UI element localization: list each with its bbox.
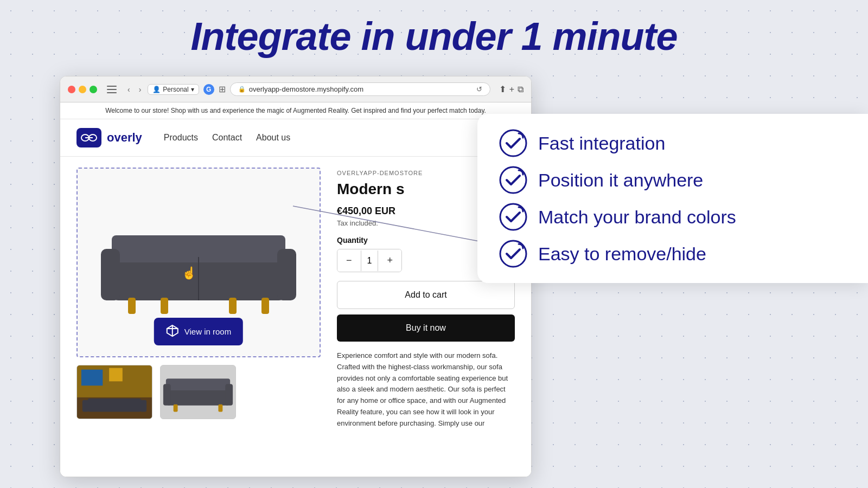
thumbnail-1[interactable] [76,365,152,419]
svg-rect-2 [107,92,117,93]
features-panel: Fast integration Position it anywhere Ma… [477,114,868,283]
reload-icon[interactable]: ↺ [476,85,482,93]
cursor-icon: ☝ [182,266,196,280]
svg-rect-24 [140,400,146,412]
thumbnail-1-img [77,365,152,419]
page-title: Integrate in under 1 minute [0,0,868,68]
quantity-increase-button[interactable]: + [378,249,401,272]
forward-button[interactable]: › [137,84,144,95]
svg-rect-13 [229,298,237,314]
chevron-down-icon: ▾ [191,86,194,93]
svg-rect-28 [163,384,171,405]
feature-text-2: Position it anywhere [538,170,703,191]
svg-rect-23 [82,400,89,412]
store-logo[interactable]: overly [76,128,142,147]
svg-rect-9 [277,249,296,300]
quantity-value: 1 [361,251,379,271]
feature-item-2: Position it anywhere [499,166,842,194]
nav-contact[interactable]: Contact [212,133,242,143]
product-page: ☝ View in room [60,157,531,440]
announcement-bar: Welcome to our store! Shop with us and e… [60,102,531,119]
feature-item-4: Easy to remove/hide [499,240,842,268]
page-icon: ⊞ [219,84,226,94]
address-bar[interactable]: 🔒 overlyapp-demostore.myshopify.com ↺ [230,82,490,96]
feature-item-1: Fast integration [499,129,842,157]
traffic-light-green[interactable] [90,86,97,93]
svg-rect-27 [166,378,230,390]
share-button[interactable]: ⬆ [499,84,506,94]
view-in-room-label: View in room [184,327,231,336]
nav-links: Products Contact About us [164,133,290,143]
svg-rect-11 [128,298,136,314]
svg-rect-29 [225,384,233,405]
product-images: ☝ View in room [76,168,321,429]
svg-rect-8 [101,249,120,300]
tab-overview-button[interactable]: ⧉ [518,84,524,94]
check-icon-3 [499,203,527,231]
svg-rect-20 [81,370,103,386]
logo-text: overly [107,131,142,145]
sidebar-toggle-button[interactable] [105,85,119,94]
feature-item-3: Match your brand colors [499,203,842,231]
sofa-illustration [95,197,302,328]
thumbnails [76,365,321,419]
profile-label: Personal [163,86,188,93]
check-icon-2 [499,166,527,194]
svg-rect-21 [109,368,123,382]
feature-text-4: Easy to remove/hide [538,243,706,265]
quantity-decrease-button[interactable]: − [337,249,361,272]
profile-button[interactable]: 👤 Personal ▾ [148,84,199,95]
nav-products[interactable]: Products [164,133,198,143]
browser-chrome: ‹ › 👤 Personal ▾ G ⊞ 🔒 overlyapp-demosto… [60,76,531,102]
back-button[interactable]: ‹ [125,84,132,95]
check-icon-1 [499,129,527,157]
thumbnail-2-img [161,365,235,419]
main-image-container: ☝ View in room [76,168,321,357]
logo-icon [76,128,101,147]
svg-rect-1 [107,89,117,90]
favicon: G [203,84,214,95]
check-icon-4 [499,240,527,268]
product-description: Experience comfort and style with our mo… [337,350,515,429]
add-to-cart-button[interactable]: Add to cart [337,281,515,309]
svg-rect-14 [261,298,269,314]
svg-rect-12 [161,298,168,314]
nav-about[interactable]: About us [256,133,290,143]
svg-rect-30 [174,404,178,412]
feature-text-1: Fast integration [538,133,665,154]
traffic-light-red[interactable] [68,86,75,93]
store-nav: overly Products Contact About us [60,119,531,157]
svg-rect-31 [218,404,222,412]
ar-icon [166,324,179,339]
svg-rect-0 [107,86,117,87]
browser-window: ‹ › 👤 Personal ▾ G ⊞ 🔒 overlyapp-demosto… [60,76,532,477]
buy-now-button[interactable]: Buy it now [337,314,515,342]
svg-rect-22 [88,399,142,412]
view-in-room-button[interactable]: View in room [154,318,243,345]
thumbnail-2[interactable] [160,365,236,419]
profile-icon: 👤 [152,86,161,93]
lock-icon: 🔒 [238,86,246,93]
browser-content: Welcome to our store! Shop with us and e… [60,102,531,477]
new-tab-button[interactable]: + [509,84,514,94]
quantity-control: − 1 + [337,249,402,272]
traffic-light-yellow[interactable] [79,86,86,93]
address-text: overlyapp-demostore.myshopify.com [249,85,363,93]
feature-text-3: Match your brand colors [538,207,736,228]
